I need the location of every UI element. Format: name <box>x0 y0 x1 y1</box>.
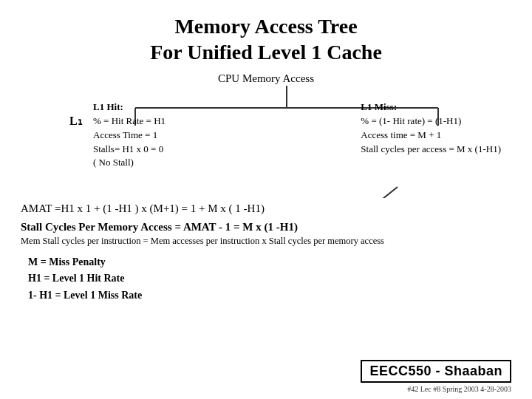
left-branch: L1 Hit: % = Hit Rate = H1 Access Time = … <box>80 100 166 170</box>
legend-h1: H1 = Level 1 Hit Rate <box>28 270 511 287</box>
right-branch: L1 Miss: % = (1- Hit rate) = (1-H1) Acce… <box>361 100 501 156</box>
eecc-badge: EECC550 - Shaaban <box>361 360 511 383</box>
left-line4: ( No Stall) <box>93 156 166 170</box>
left-line2: Access Time = 1 <box>93 129 166 143</box>
stall-sub: Mem Stall cycles per instruction = Mem a… <box>21 236 511 247</box>
amat-label: AMAT = <box>21 202 61 215</box>
title-line1: Memory Access Tree <box>21 13 511 39</box>
stall-label: Stall Cycles Per Memory Access = <box>21 221 181 233</box>
right-line1: % = (1- Hit rate) = (1-H1) <box>361 115 501 129</box>
left-heading: L1 Hit: <box>93 100 166 115</box>
legend-m: M = Miss Penalty <box>28 254 511 270</box>
amat-formula: H1 x 1 + (1 -H1 ) x (M+1) = 1 + M x ( 1 … <box>61 202 264 215</box>
right-line3: Stall cycles per access = M x (1-H1) <box>361 143 501 157</box>
svg-line-4 <box>361 187 398 198</box>
footnote: #42 Lec #8 Spring 2003 4-28-2003 <box>407 385 511 393</box>
slide: Memory Access Tree For Unified Level 1 C… <box>0 0 532 399</box>
left-line1: % = Hit Rate = H1 <box>93 115 166 129</box>
right-heading: L1 Miss: <box>361 100 501 115</box>
right-line2: Access time = M + 1 <box>361 129 501 143</box>
left-line3: Stalls= H1 x 0 = 0 <box>93 143 166 157</box>
title-line2: For Unified Level 1 Cache <box>21 39 511 65</box>
stall-formula: AMAT - 1 = M x (1 -H1) <box>181 221 298 233</box>
amat-line: AMAT = H1 x 1 + (1 -H1 ) x (M+1) = 1 + M… <box>21 202 511 215</box>
slide-title: Memory Access Tree For Unified Level 1 C… <box>21 13 511 65</box>
legend-miss-rate: 1- H1 = Level 1 Miss Rate <box>28 287 511 304</box>
tree-area: CPU Memory Access L₁ L1 Hit: % = Hit <box>21 72 511 198</box>
legend: M = Miss Penalty H1 = Level 1 Hit Rate 1… <box>28 254 511 304</box>
stall-cycles-line: Stall Cycles Per Memory Access = AMAT - … <box>21 221 511 233</box>
